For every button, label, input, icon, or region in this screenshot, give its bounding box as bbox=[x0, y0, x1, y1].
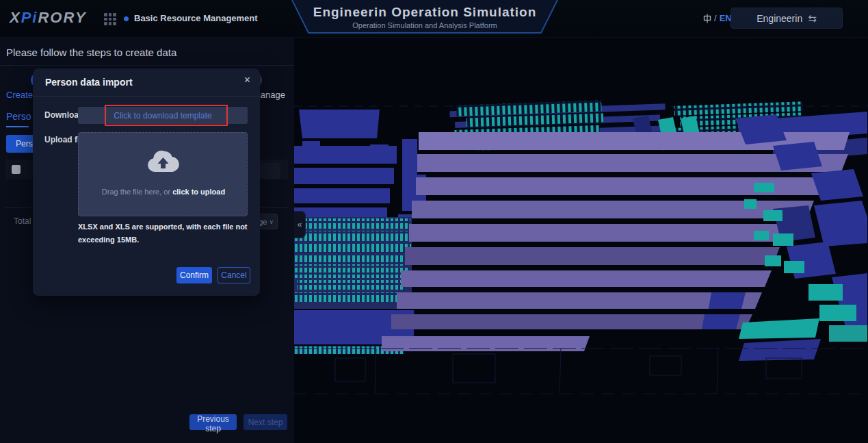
file-format-note: XLSX and XLS are supported, with each fi… bbox=[78, 220, 253, 246]
collapse-icon: « bbox=[298, 220, 302, 229]
cancel-button[interactable]: Cancel bbox=[218, 267, 250, 283]
logo-segment: RORY bbox=[38, 9, 86, 26]
dropzone-text: Drag the file here, or click to upload bbox=[79, 188, 248, 196]
swap-arrows-icon: ⇆ bbox=[808, 12, 817, 25]
divider bbox=[0, 65, 294, 66]
platform-banner: Engineerin Operation Simulation Operatio… bbox=[291, 0, 559, 34]
bullet-dot-icon bbox=[124, 16, 129, 21]
confirm-button[interactable]: Confirm bbox=[176, 267, 212, 283]
logo-segment: Pi bbox=[21, 9, 38, 26]
previous-step-button[interactable]: Previous step bbox=[189, 414, 237, 430]
top-header: XPiRORY Basic Resource Management Engine… bbox=[0, 0, 868, 38]
tab-person[interactable]: Perso bbox=[6, 111, 31, 122]
file-dropzone[interactable]: Drag the file here, or click to upload bbox=[78, 132, 248, 216]
select-all-checkbox[interactable] bbox=[12, 165, 21, 174]
platform-title: Engineerin Operation Simulation bbox=[291, 5, 559, 20]
modal-title: Person data import bbox=[45, 77, 133, 88]
logo-segment: X bbox=[10, 9, 21, 26]
project-name: Engineerin bbox=[757, 13, 802, 24]
lang-divider: / bbox=[714, 13, 717, 23]
panel-collapse-handle[interactable]: « bbox=[294, 211, 306, 238]
tab-active-underline bbox=[6, 126, 29, 127]
person-data-import-modal: Person data import × Download Click to d… bbox=[33, 68, 260, 296]
step-1-label: Create bbox=[6, 90, 33, 100]
lang-en[interactable]: EN bbox=[720, 13, 732, 23]
download-template-button[interactable]: Click to download template bbox=[78, 107, 248, 124]
close-icon[interactable]: × bbox=[244, 74, 250, 86]
divider bbox=[33, 96, 260, 97]
platform-subtitle: Operation Simulation and Analysis Platfo… bbox=[291, 21, 559, 29]
brand-logo: XPiRORY bbox=[10, 9, 87, 27]
panel-heading: Please follow the steps to create data bbox=[6, 47, 176, 58]
language-switcher[interactable]: / EN bbox=[703, 13, 732, 23]
construction-site-render bbox=[294, 38, 868, 443]
simulation-3d-view[interactable] bbox=[294, 38, 868, 443]
lang-zh-icon bbox=[703, 14, 711, 23]
module-title: Basic Resource Management bbox=[134, 13, 258, 23]
project-switch-button[interactable]: Engineerin ⇆ bbox=[731, 8, 843, 29]
dropzone-text-muted: Drag the file here, or bbox=[102, 188, 172, 196]
chevron-down-icon: ∨ bbox=[269, 218, 274, 225]
apps-grid-icon[interactable] bbox=[104, 13, 116, 25]
next-step-button[interactable]: Next step bbox=[244, 414, 287, 430]
dropzone-text-strong: click to upload bbox=[172, 188, 225, 196]
upload-cloud-icon bbox=[79, 149, 248, 177]
